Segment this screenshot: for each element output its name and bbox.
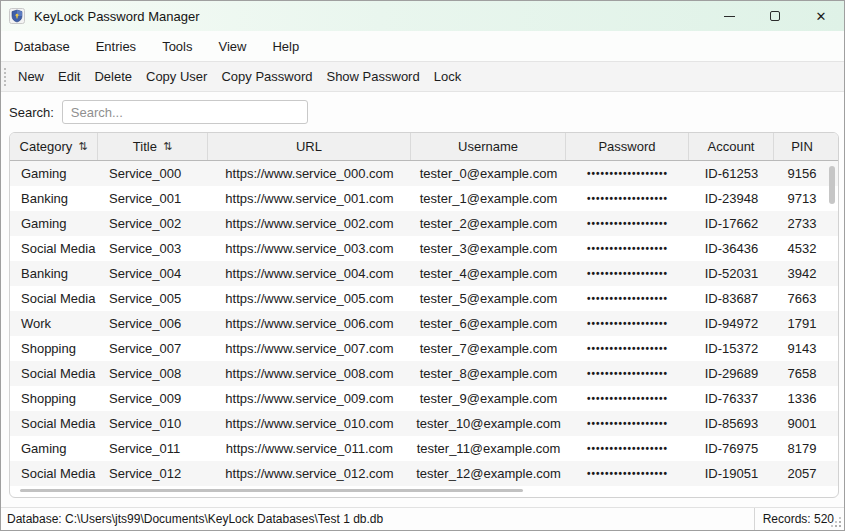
table-row[interactable]: Social Media Service_003 https://www.ser… xyxy=(10,236,838,261)
menu-database[interactable]: Database xyxy=(1,31,83,61)
minimize-button[interactable] xyxy=(706,1,752,31)
vertical-scrollbar[interactable] xyxy=(828,162,837,498)
column-header-account[interactable]: Account xyxy=(689,133,774,160)
edit-button[interactable]: Edit xyxy=(51,62,87,91)
cell-username: tester_12@example.com xyxy=(411,461,566,486)
maximize-icon xyxy=(770,11,780,21)
cell-pin: 7658 xyxy=(774,361,830,386)
column-header-password[interactable]: Password xyxy=(566,133,689,160)
copy-password-button[interactable]: Copy Password xyxy=(214,62,319,91)
copy-user-button[interactable]: Copy User xyxy=(139,62,214,91)
cell-pin: 2733 xyxy=(774,211,830,236)
table-row[interactable]: Social Media Service_008 https://www.ser… xyxy=(10,361,838,386)
cell-pin: 9001 xyxy=(774,411,830,436)
cell-username: tester_8@example.com xyxy=(411,361,566,386)
cell-title: Service_005 xyxy=(98,286,208,311)
cell-password-masked: •••••••••••••••••• xyxy=(566,161,689,186)
table-row[interactable]: Social Media Service_005 https://www.ser… xyxy=(10,286,838,311)
horizontal-scrollbar-thumb[interactable] xyxy=(20,489,523,492)
cell-password-masked: •••••••••••••••••• xyxy=(566,386,689,411)
cell-category: Social Media xyxy=(10,286,98,311)
cell-username: tester_6@example.com xyxy=(411,311,566,336)
menu-entries[interactable]: Entries xyxy=(83,31,149,61)
cell-url: https://www.service_010.com xyxy=(208,411,411,436)
cell-password-masked: •••••••••••••••••• xyxy=(566,411,689,436)
table-body: Gaming Service_000 https://www.service_0… xyxy=(10,161,838,486)
cell-password-masked: •••••••••••••••••• xyxy=(566,211,689,236)
database-path-text: Database: C:\Users\jts99\Documents\KeyLo… xyxy=(7,512,383,526)
cell-category: Gaming xyxy=(10,161,98,186)
column-header-username[interactable]: Username xyxy=(411,133,566,160)
column-label: Category xyxy=(20,139,73,154)
column-header-url[interactable]: URL xyxy=(208,133,411,160)
cell-username: tester_0@example.com xyxy=(411,161,566,186)
show-password-button[interactable]: Show Password xyxy=(319,62,426,91)
cell-pin: 2057 xyxy=(774,461,830,486)
app-shield-icon xyxy=(9,8,25,24)
cell-password-masked: •••••••••••••••••• xyxy=(566,461,689,486)
cell-category: Gaming xyxy=(10,211,98,236)
cell-pin: 8179 xyxy=(774,436,830,461)
column-header-pin[interactable]: PIN xyxy=(774,133,830,160)
cell-username: tester_5@example.com xyxy=(411,286,566,311)
menu-tools[interactable]: Tools xyxy=(149,31,205,61)
table-row[interactable]: Gaming Service_002 https://www.service_0… xyxy=(10,211,838,236)
table-row[interactable]: Banking Service_004 https://www.service_… xyxy=(10,261,838,286)
vertical-scrollbar-thumb[interactable] xyxy=(829,166,835,204)
column-header-category[interactable]: Category ⇅ xyxy=(10,133,98,160)
cell-category: Shopping xyxy=(10,386,98,411)
cell-category: Social Media xyxy=(10,411,98,436)
table-row[interactable]: Gaming Service_000 https://www.service_0… xyxy=(10,161,838,186)
cell-url: https://www.service_003.com xyxy=(208,236,411,261)
cell-category: Gaming xyxy=(10,436,98,461)
column-label: Title xyxy=(133,139,157,154)
table-row[interactable]: Shopping Service_007 https://www.service… xyxy=(10,336,838,361)
table-row[interactable]: Social Media Service_012 https://www.ser… xyxy=(10,461,838,486)
maximize-button[interactable] xyxy=(752,1,798,31)
cell-account: ID-23948 xyxy=(689,186,774,211)
status-bar: Database: C:\Users\jts99\Documents\KeyLo… xyxy=(1,507,844,530)
cell-url: https://www.service_012.com xyxy=(208,461,411,486)
cell-username: tester_3@example.com xyxy=(411,236,566,261)
column-header-title[interactable]: Title ⇅ xyxy=(98,133,208,160)
cell-pin: 9713 xyxy=(774,186,830,211)
cell-pin: 9143 xyxy=(774,336,830,361)
table-row[interactable]: Shopping Service_009 https://www.service… xyxy=(10,386,838,411)
table-row[interactable]: Banking Service_001 https://www.service_… xyxy=(10,186,838,211)
cell-url: https://www.service_011.com xyxy=(208,436,411,461)
cell-password-masked: •••••••••••••••••• xyxy=(566,336,689,361)
cell-title: Service_001 xyxy=(98,186,208,211)
cell-url: https://www.service_008.com xyxy=(208,361,411,386)
horizontal-scrollbar[interactable] xyxy=(20,487,828,495)
cell-account: ID-61253 xyxy=(689,161,774,186)
cell-account: ID-36436 xyxy=(689,236,774,261)
close-button[interactable]: ✕ xyxy=(798,1,844,31)
cell-url: https://www.service_000.com xyxy=(208,161,411,186)
table-row[interactable]: Social Media Service_010 https://www.ser… xyxy=(10,411,838,436)
cell-password-masked: •••••••••••••••••• xyxy=(566,261,689,286)
new-button[interactable]: New xyxy=(11,62,51,91)
cell-title: Service_008 xyxy=(98,361,208,386)
lock-button[interactable]: Lock xyxy=(427,62,468,91)
toolbar-grip-icon xyxy=(4,68,7,86)
cell-password-masked: •••••••••••••••••• xyxy=(566,361,689,386)
toolbar: New Edit Delete Copy User Copy Password … xyxy=(1,61,844,92)
cell-password-masked: •••••••••••••••••• xyxy=(566,311,689,336)
cell-title: Service_011 xyxy=(98,436,208,461)
delete-button[interactable]: Delete xyxy=(87,62,139,91)
resize-grip[interactable] xyxy=(831,517,841,527)
table-row[interactable]: Gaming Service_011 https://www.service_0… xyxy=(10,436,838,461)
cell-title: Service_009 xyxy=(98,386,208,411)
menu-help[interactable]: Help xyxy=(259,31,312,61)
cell-category: Banking xyxy=(10,261,98,286)
cell-title: Service_012 xyxy=(98,461,208,486)
menu-view[interactable]: View xyxy=(205,31,259,61)
cell-title: Service_010 xyxy=(98,411,208,436)
cell-category: Banking xyxy=(10,186,98,211)
cell-password-masked: •••••••••••••••••• xyxy=(566,436,689,461)
cell-account: ID-76337 xyxy=(689,386,774,411)
cell-account: ID-83687 xyxy=(689,286,774,311)
cell-account: ID-15372 xyxy=(689,336,774,361)
search-input[interactable] xyxy=(62,100,308,124)
table-row[interactable]: Work Service_006 https://www.service_006… xyxy=(10,311,838,336)
